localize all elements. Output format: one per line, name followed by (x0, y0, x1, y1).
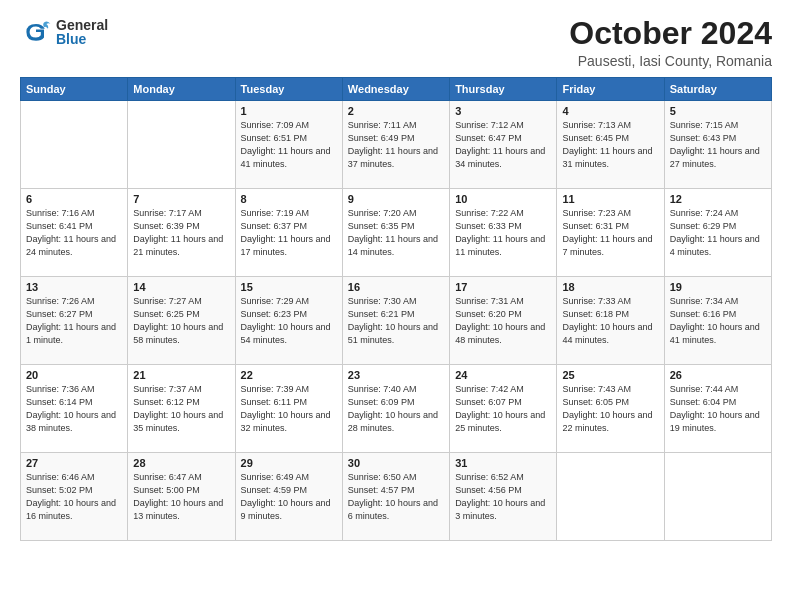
week-row-4: 27Sunrise: 6:46 AM Sunset: 5:02 PM Dayli… (21, 453, 772, 541)
day-number: 25 (562, 369, 658, 381)
day-cell: 27Sunrise: 6:46 AM Sunset: 5:02 PM Dayli… (21, 453, 128, 541)
day-cell: 31Sunrise: 6:52 AM Sunset: 4:56 PM Dayli… (450, 453, 557, 541)
weekday-sunday: Sunday (21, 78, 128, 101)
day-info: Sunrise: 7:12 AM Sunset: 6:47 PM Dayligh… (455, 119, 551, 171)
day-info: Sunrise: 7:29 AM Sunset: 6:23 PM Dayligh… (241, 295, 337, 347)
week-row-3: 20Sunrise: 7:36 AM Sunset: 6:14 PM Dayli… (21, 365, 772, 453)
day-info: Sunrise: 7:20 AM Sunset: 6:35 PM Dayligh… (348, 207, 444, 259)
weekday-friday: Friday (557, 78, 664, 101)
day-number: 12 (670, 193, 766, 205)
day-info: Sunrise: 7:17 AM Sunset: 6:39 PM Dayligh… (133, 207, 229, 259)
weekday-tuesday: Tuesday (235, 78, 342, 101)
day-info: Sunrise: 7:39 AM Sunset: 6:11 PM Dayligh… (241, 383, 337, 435)
day-cell (21, 101, 128, 189)
week-row-0: 1Sunrise: 7:09 AM Sunset: 6:51 PM Daylig… (21, 101, 772, 189)
day-number: 14 (133, 281, 229, 293)
day-number: 8 (241, 193, 337, 205)
day-cell (664, 453, 771, 541)
day-number: 6 (26, 193, 122, 205)
day-number: 18 (562, 281, 658, 293)
day-number: 17 (455, 281, 551, 293)
day-info: Sunrise: 6:49 AM Sunset: 4:59 PM Dayligh… (241, 471, 337, 523)
day-cell: 15Sunrise: 7:29 AM Sunset: 6:23 PM Dayli… (235, 277, 342, 365)
day-number: 16 (348, 281, 444, 293)
day-number: 9 (348, 193, 444, 205)
day-info: Sunrise: 7:44 AM Sunset: 6:04 PM Dayligh… (670, 383, 766, 435)
day-number: 13 (26, 281, 122, 293)
day-info: Sunrise: 7:27 AM Sunset: 6:25 PM Dayligh… (133, 295, 229, 347)
day-info: Sunrise: 7:26 AM Sunset: 6:27 PM Dayligh… (26, 295, 122, 347)
day-cell: 23Sunrise: 7:40 AM Sunset: 6:09 PM Dayli… (342, 365, 449, 453)
day-number: 28 (133, 457, 229, 469)
day-cell: 24Sunrise: 7:42 AM Sunset: 6:07 PM Dayli… (450, 365, 557, 453)
day-number: 5 (670, 105, 766, 117)
day-number: 23 (348, 369, 444, 381)
day-info: Sunrise: 7:34 AM Sunset: 6:16 PM Dayligh… (670, 295, 766, 347)
weekday-thursday: Thursday (450, 78, 557, 101)
weekday-saturday: Saturday (664, 78, 771, 101)
day-info: Sunrise: 7:22 AM Sunset: 6:33 PM Dayligh… (455, 207, 551, 259)
weekday-header-row: SundayMondayTuesdayWednesdayThursdayFrid… (21, 78, 772, 101)
logo-text: General Blue (56, 18, 108, 46)
day-info: Sunrise: 6:52 AM Sunset: 4:56 PM Dayligh… (455, 471, 551, 523)
day-cell (128, 101, 235, 189)
day-info: Sunrise: 7:24 AM Sunset: 6:29 PM Dayligh… (670, 207, 766, 259)
logo: General Blue (20, 16, 108, 48)
day-info: Sunrise: 7:13 AM Sunset: 6:45 PM Dayligh… (562, 119, 658, 171)
day-info: Sunrise: 6:46 AM Sunset: 5:02 PM Dayligh… (26, 471, 122, 523)
weekday-monday: Monday (128, 78, 235, 101)
day-cell: 18Sunrise: 7:33 AM Sunset: 6:18 PM Dayli… (557, 277, 664, 365)
month-title: October 2024 (569, 16, 772, 51)
logo-general-text: General (56, 18, 108, 32)
weekday-wednesday: Wednesday (342, 78, 449, 101)
day-info: Sunrise: 7:19 AM Sunset: 6:37 PM Dayligh… (241, 207, 337, 259)
logo-blue-text: Blue (56, 32, 108, 46)
day-cell: 26Sunrise: 7:44 AM Sunset: 6:04 PM Dayli… (664, 365, 771, 453)
week-row-1: 6Sunrise: 7:16 AM Sunset: 6:41 PM Daylig… (21, 189, 772, 277)
day-info: Sunrise: 7:36 AM Sunset: 6:14 PM Dayligh… (26, 383, 122, 435)
day-number: 31 (455, 457, 551, 469)
day-number: 27 (26, 457, 122, 469)
day-cell: 12Sunrise: 7:24 AM Sunset: 6:29 PM Dayli… (664, 189, 771, 277)
logo-icon (20, 16, 52, 48)
day-cell: 8Sunrise: 7:19 AM Sunset: 6:37 PM Daylig… (235, 189, 342, 277)
day-cell: 5Sunrise: 7:15 AM Sunset: 6:43 PM Daylig… (664, 101, 771, 189)
day-cell: 14Sunrise: 7:27 AM Sunset: 6:25 PM Dayli… (128, 277, 235, 365)
day-cell: 19Sunrise: 7:34 AM Sunset: 6:16 PM Dayli… (664, 277, 771, 365)
day-number: 29 (241, 457, 337, 469)
day-cell: 29Sunrise: 6:49 AM Sunset: 4:59 PM Dayli… (235, 453, 342, 541)
day-number: 19 (670, 281, 766, 293)
day-cell: 10Sunrise: 7:22 AM Sunset: 6:33 PM Dayli… (450, 189, 557, 277)
day-cell: 11Sunrise: 7:23 AM Sunset: 6:31 PM Dayli… (557, 189, 664, 277)
day-cell: 9Sunrise: 7:20 AM Sunset: 6:35 PM Daylig… (342, 189, 449, 277)
day-cell: 6Sunrise: 7:16 AM Sunset: 6:41 PM Daylig… (21, 189, 128, 277)
day-number: 4 (562, 105, 658, 117)
day-info: Sunrise: 7:23 AM Sunset: 6:31 PM Dayligh… (562, 207, 658, 259)
day-number: 3 (455, 105, 551, 117)
day-number: 30 (348, 457, 444, 469)
day-info: Sunrise: 7:33 AM Sunset: 6:18 PM Dayligh… (562, 295, 658, 347)
day-cell: 22Sunrise: 7:39 AM Sunset: 6:11 PM Dayli… (235, 365, 342, 453)
day-number: 1 (241, 105, 337, 117)
day-info: Sunrise: 7:37 AM Sunset: 6:12 PM Dayligh… (133, 383, 229, 435)
day-number: 21 (133, 369, 229, 381)
day-cell: 2Sunrise: 7:11 AM Sunset: 6:49 PM Daylig… (342, 101, 449, 189)
day-cell: 1Sunrise: 7:09 AM Sunset: 6:51 PM Daylig… (235, 101, 342, 189)
page: General Blue October 2024 Pausesti, Iasi… (0, 0, 792, 612)
day-info: Sunrise: 7:11 AM Sunset: 6:49 PM Dayligh… (348, 119, 444, 171)
day-number: 26 (670, 369, 766, 381)
day-number: 11 (562, 193, 658, 205)
day-cell: 17Sunrise: 7:31 AM Sunset: 6:20 PM Dayli… (450, 277, 557, 365)
day-info: Sunrise: 7:42 AM Sunset: 6:07 PM Dayligh… (455, 383, 551, 435)
day-number: 22 (241, 369, 337, 381)
calendar: SundayMondayTuesdayWednesdayThursdayFrid… (20, 77, 772, 541)
day-cell: 21Sunrise: 7:37 AM Sunset: 6:12 PM Dayli… (128, 365, 235, 453)
day-cell: 3Sunrise: 7:12 AM Sunset: 6:47 PM Daylig… (450, 101, 557, 189)
header: General Blue October 2024 Pausesti, Iasi… (20, 16, 772, 69)
day-cell: 30Sunrise: 6:50 AM Sunset: 4:57 PM Dayli… (342, 453, 449, 541)
day-info: Sunrise: 7:40 AM Sunset: 6:09 PM Dayligh… (348, 383, 444, 435)
location: Pausesti, Iasi County, Romania (569, 53, 772, 69)
day-info: Sunrise: 7:09 AM Sunset: 6:51 PM Dayligh… (241, 119, 337, 171)
day-info: Sunrise: 6:47 AM Sunset: 5:00 PM Dayligh… (133, 471, 229, 523)
day-info: Sunrise: 7:31 AM Sunset: 6:20 PM Dayligh… (455, 295, 551, 347)
